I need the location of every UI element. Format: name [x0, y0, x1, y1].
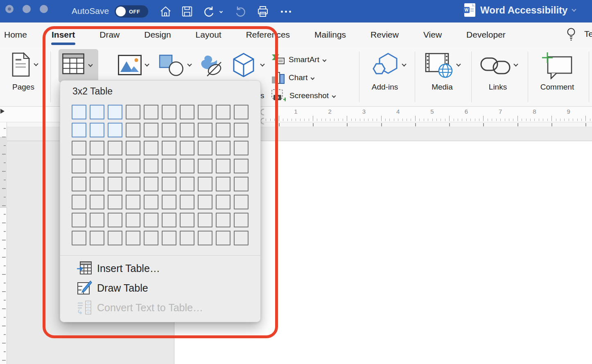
grid-cell-5x4[interactable]	[126, 177, 140, 191]
grid-cell-1x10[interactable]	[234, 105, 249, 119]
grid-cell-2x10[interactable]	[234, 123, 249, 137]
grid-cell-7x9[interactable]	[216, 213, 230, 227]
grid-cell-7x4[interactable]	[126, 213, 140, 227]
grid-cell-8x9[interactable]	[216, 231, 230, 245]
grid-cell-6x7[interactable]	[180, 195, 194, 209]
grid-cell-1x7[interactable]	[180, 105, 194, 119]
grid-cell-4x5[interactable]	[144, 159, 158, 173]
grid-cell-4x7[interactable]	[180, 159, 194, 173]
grid-cell-3x4[interactable]	[126, 141, 140, 155]
home-button[interactable]	[159, 5, 172, 18]
redo-button[interactable]	[234, 5, 247, 18]
print-button[interactable]	[256, 5, 269, 18]
grid-cell-6x6[interactable]	[162, 195, 176, 209]
3d-models-chevron-icon[interactable]	[260, 62, 264, 66]
grid-cell-8x5[interactable]	[144, 231, 158, 245]
grid-cell-3x5[interactable]	[144, 141, 158, 155]
grid-cell-5x10[interactable]	[234, 177, 249, 191]
media-chevron-icon[interactable]	[456, 62, 461, 66]
grid-cell-7x5[interactable]	[144, 213, 158, 227]
grid-cell-5x2[interactable]	[90, 177, 104, 191]
links-chevron-icon[interactable]	[513, 62, 518, 66]
tab-selector-arrow-icon[interactable]	[0, 109, 5, 114]
add-ins-label[interactable]: Add-ins	[364, 83, 405, 92]
3d-models-icon[interactable]	[232, 52, 255, 78]
grid-cell-3x7[interactable]	[180, 141, 194, 155]
grid-cell-5x8[interactable]	[198, 177, 212, 191]
grid-cell-3x6[interactable]	[162, 141, 176, 155]
tab-overflow-label[interactable]: Te	[584, 29, 592, 39]
grid-cell-3x2[interactable]	[90, 141, 104, 155]
links-icon[interactable]	[480, 56, 511, 76]
tab-design[interactable]: Design	[144, 30, 171, 40]
tab-developer[interactable]: Developer	[466, 30, 506, 40]
grid-cell-6x3[interactable]	[108, 195, 122, 209]
grid-cell-3x10[interactable]	[234, 141, 249, 155]
grid-cell-7x10[interactable]	[234, 213, 249, 227]
grid-cell-4x6[interactable]	[162, 159, 176, 173]
grid-cell-3x1[interactable]	[72, 141, 86, 155]
pages-label[interactable]: Pages	[6, 83, 41, 92]
comment-icon[interactable]	[541, 52, 573, 79]
menu-item-draw-table[interactable]: Draw Table	[60, 278, 260, 298]
grid-cell-1x3[interactable]	[108, 105, 122, 119]
tab-draw[interactable]: Draw	[99, 30, 120, 40]
grid-cell-3x8[interactable]	[198, 141, 212, 155]
autosave-toggle[interactable]: OFF	[115, 5, 148, 18]
document-title-area[interactable]: W Word Accessibility	[464, 3, 576, 17]
screenshot-button[interactable]: Screenshot	[271, 89, 335, 103]
grid-cell-1x1[interactable]	[72, 105, 86, 119]
grid-cell-1x4[interactable]	[126, 105, 140, 119]
grid-cell-4x4[interactable]	[126, 159, 140, 173]
grid-cell-8x2[interactable]	[90, 231, 104, 245]
tab-review[interactable]: Review	[371, 30, 399, 40]
close-window-button[interactable]	[5, 5, 14, 13]
grid-cell-5x5[interactable]	[144, 177, 158, 191]
grid-cell-7x8[interactable]	[198, 213, 212, 227]
tab-home[interactable]: Home	[4, 30, 27, 40]
media-icon[interactable]	[425, 53, 454, 79]
grid-cell-7x2[interactable]	[90, 213, 104, 227]
media-label[interactable]: Media	[422, 83, 463, 92]
menu-item-insert-table[interactable]: Insert Table…	[60, 258, 260, 278]
grid-cell-7x1[interactable]	[72, 213, 86, 227]
shapes-icon[interactable]	[159, 54, 185, 76]
more-commands-button[interactable]	[279, 5, 292, 18]
indent-markers[interactable]	[260, 108, 264, 126]
comment-label[interactable]: Comment	[533, 83, 582, 92]
undo-button[interactable]	[202, 5, 215, 18]
grid-cell-5x7[interactable]	[180, 177, 194, 191]
grid-cell-4x2[interactable]	[90, 159, 104, 173]
grid-cell-2x7[interactable]	[180, 123, 194, 137]
grid-cell-2x6[interactable]	[162, 123, 176, 137]
grid-cell-4x9[interactable]	[216, 159, 230, 173]
grid-cell-7x7[interactable]	[180, 213, 194, 227]
links-label[interactable]: Links	[477, 83, 518, 92]
grid-cell-8x4[interactable]	[126, 231, 140, 245]
grid-cell-5x1[interactable]	[72, 177, 86, 191]
grid-cell-2x9[interactable]	[216, 123, 230, 137]
smartart-button[interactable]: SmartArt	[271, 53, 326, 67]
grid-cell-5x9[interactable]	[216, 177, 230, 191]
table-button[interactable]	[59, 49, 98, 83]
tell-me-button[interactable]	[566, 27, 576, 43]
grid-cell-2x1[interactable]	[72, 123, 86, 137]
grid-cell-2x4[interactable]	[126, 123, 140, 137]
grid-cell-7x6[interactable]	[162, 213, 176, 227]
tab-references[interactable]: References	[246, 30, 290, 40]
pages-chevron-icon[interactable]	[34, 61, 38, 66]
save-button[interactable]	[181, 5, 194, 18]
icons-duck-icon[interactable]	[199, 53, 224, 77]
grid-cell-2x5[interactable]	[144, 123, 158, 137]
grid-cell-6x5[interactable]	[144, 195, 158, 209]
grid-cell-1x8[interactable]	[198, 105, 212, 119]
grid-cell-1x5[interactable]	[144, 105, 158, 119]
pages-icon[interactable]	[11, 52, 30, 77]
grid-cell-6x8[interactable]	[198, 195, 212, 209]
pictures-chevron-icon[interactable]	[145, 62, 149, 66]
vertical-ruler[interactable]	[0, 122, 7, 364]
grid-cell-8x10[interactable]	[234, 231, 249, 245]
grid-cell-1x9[interactable]	[216, 105, 230, 119]
grid-cell-4x3[interactable]	[108, 159, 122, 173]
zoom-window-button[interactable]	[40, 5, 48, 13]
